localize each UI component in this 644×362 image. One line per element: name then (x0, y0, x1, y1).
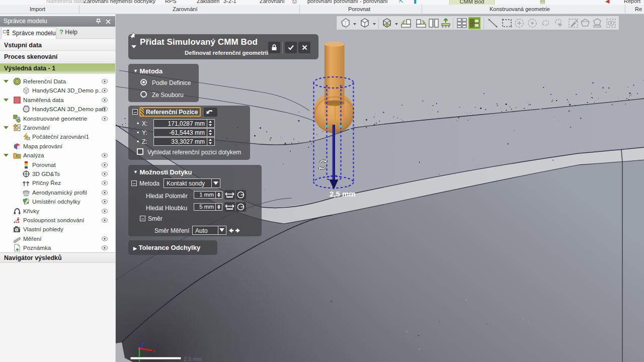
svg-text:z: z (141, 341, 144, 348)
svg-text:2,5 mm: 2,5 mm (184, 356, 202, 362)
svg-text:x: x (152, 348, 155, 353)
svg-text:2,5 mm: 2,5 mm (330, 190, 356, 198)
